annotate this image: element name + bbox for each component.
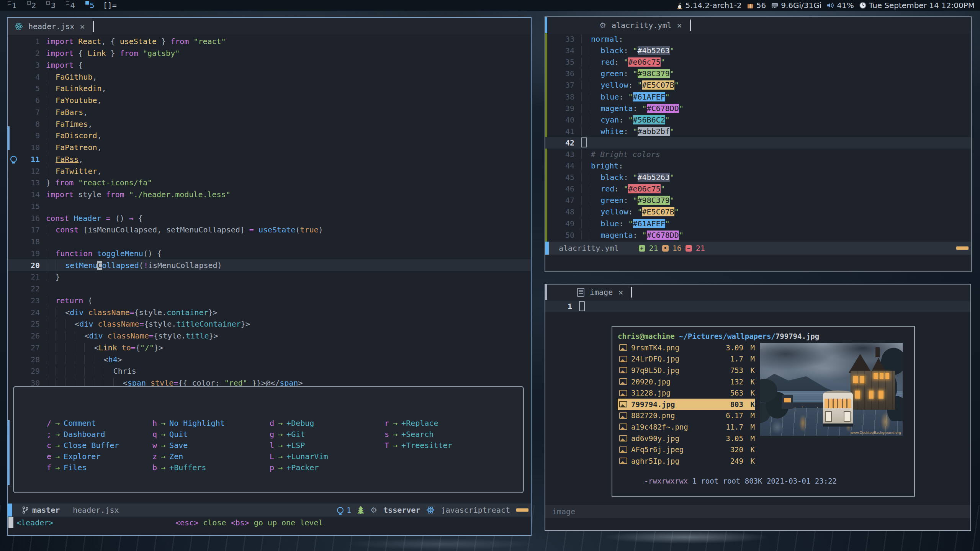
code-line[interactable]: 33 normal: [545, 33, 971, 45]
code-line[interactable]: 21 } [8, 271, 531, 283]
file-row[interactable]: 97q9L5D.jpg753K [618, 365, 755, 376]
code-line[interactable]: 40 cyan: "#56B6C2" [545, 114, 971, 126]
code-line[interactable]: 19 function toggleMenu() { [8, 248, 531, 260]
code-line[interactable]: 26 <div className={style.title}> [8, 330, 531, 342]
code-line[interactable]: 18 [8, 236, 531, 248]
workspace-5[interactable]: 5 [85, 1, 95, 10]
whichkey-item[interactable]: h→No Highlight [152, 417, 270, 428]
code-line[interactable]: 50 magenta: "#C678DD" [545, 229, 971, 241]
code-line[interactable]: 37 yellow: "#E5C07B" [545, 79, 971, 91]
code-line[interactable]: 4 FaGithub, [8, 71, 531, 83]
buffer-line[interactable]: 1 [545, 301, 970, 312]
whichkey-item[interactable]: e→Explorer [47, 451, 152, 462]
code-line[interactable]: 46 red: "#e06c75" [545, 183, 971, 195]
whichkey-item[interactable]: w→Save [152, 440, 270, 451]
whichkey-item[interactable]: c→Close Buffer [47, 440, 152, 451]
tab-image[interactable]: image × [570, 284, 630, 300]
code-line[interactable]: 27 <Link to={"/"}> [8, 342, 531, 354]
whichkey-item[interactable]: s→+Search [384, 428, 523, 440]
code-line[interactable]: 25 <div className={style.titleContainer}… [8, 318, 531, 330]
whichkey-item[interactable]: d→+Debug [270, 417, 384, 428]
code-line[interactable]: 47 green: "#98C379" [545, 195, 971, 206]
code-line[interactable]: 15 [8, 201, 531, 213]
scrollbar-mark[interactable] [8, 126, 10, 150]
whichkey-item[interactable]: f→Files [47, 462, 152, 473]
code-line[interactable]: 36 green: "#98C379" [545, 68, 971, 79]
whichkey-item[interactable]: b→+Buffers [152, 462, 270, 473]
whichkey-item[interactable]: g→+Git [270, 428, 384, 440]
code-line[interactable]: 49 blue: "#61AFEF" [545, 218, 971, 229]
code-line[interactable]: 45 black: "#4b5263" [545, 172, 971, 183]
file-row[interactable]: AFq5r6j.jpeg320K [618, 444, 755, 455]
code-line[interactable]: 16const Header = () ⇒ { [8, 212, 531, 224]
file-row[interactable]: 882720.png6.17M [618, 410, 755, 422]
whichkey-item[interactable] [384, 462, 523, 473]
lightbulb-icon[interactable] [10, 156, 17, 162]
whichkey-item[interactable]: z→Zen [152, 451, 270, 462]
code-line[interactable]: 11 FaRss, [8, 154, 531, 165]
file-row[interactable]: 31228.jpg563K [618, 387, 755, 399]
diagnostics-hint[interactable]: 1 [337, 505, 351, 515]
whichkey-item[interactable]: /→Comment [47, 417, 152, 428]
workspace-1[interactable]: 1 [8, 1, 17, 10]
file-row[interactable]: aghr5Ip.jpg249K [618, 455, 755, 467]
code-line[interactable]: 7 FaBars, [8, 106, 531, 118]
code-line[interactable]: 38 blue: "#61AFEF" [545, 91, 971, 102]
file-row[interactable]: 24LrDFQ.jpg1.7M [618, 353, 755, 365]
code-line[interactable]: 8 FaTimes, [8, 118, 531, 130]
scrollbar-mark[interactable] [8, 420, 10, 485]
code-line[interactable]: 29 Chris [8, 365, 531, 377]
file-row[interactable]: a19c482f~.png11.7M [618, 421, 755, 433]
whichkey-item[interactable] [384, 451, 523, 462]
whichkey-item[interactable]: L→+LunarVim [270, 451, 384, 462]
whichkey-item[interactable]: ;→Dashboard [47, 428, 152, 440]
indent-guide [591, 104, 600, 113]
tab-alacritty-yml[interactable]: ⚙ alacritty.yml × [592, 17, 689, 33]
workspace-3[interactable]: 3 [46, 1, 56, 10]
code-line[interactable]: 6 FaYoutube, [8, 95, 531, 106]
code-line[interactable]: 35 red: "#e06c75" [545, 56, 971, 68]
code-line[interactable]: 1import React, { useState } from "react" [8, 36, 531, 47]
whichkey-item[interactable]: T→+Treesitter [384, 440, 523, 451]
file-row[interactable]: 20920.jpg132K [618, 376, 755, 387]
code-line[interactable]: 24 <div className={style.container}> [8, 306, 531, 318]
code-line[interactable]: 20 setMenuCollapsed(!isMenuCollapsed) [8, 259, 531, 271]
code-line[interactable]: 5 FaLinkedin, [8, 83, 531, 95]
whichkey-item[interactable]: q→Quit [152, 428, 270, 440]
code-line[interactable]: 41 white: "#abb2bf" [545, 126, 971, 137]
code-line[interactable]: 17 const [isMenuCollapsed, setMenuCollap… [8, 224, 531, 236]
whichkey-label: +LSP [286, 441, 305, 450]
whichkey-item[interactable]: p→+Packer [270, 462, 384, 473]
code-line[interactable]: 10 FaPatreon, [8, 142, 531, 154]
code-line[interactable]: 9 FaDiscord, [8, 130, 531, 142]
workspace-2[interactable]: 2 [27, 1, 36, 10]
code-line[interactable]: 14import style from "./header.module.les… [8, 189, 531, 201]
code-line[interactable]: 28 <h4> [8, 353, 531, 365]
code-line[interactable]: 3import { [8, 59, 531, 71]
code-line[interactable]: 44 bright: [545, 160, 971, 172]
code-line[interactable]: 23 return ( [8, 295, 531, 307]
tab-header-jsx[interactable]: header.jsx × [8, 18, 92, 35]
code-line[interactable]: 34 black: "#4b5263" [545, 45, 971, 56]
code-line[interactable]: 12 FaTwitter, [8, 165, 531, 177]
tab-close-icon[interactable]: × [677, 21, 682, 30]
code-line[interactable]: 2import { Link } from "gatsby" [8, 47, 531, 59]
code-line[interactable]: 39 magenta: "#C678DD" [545, 103, 971, 114]
file-row[interactable]: 9rsmTK4.png3.09M [618, 342, 755, 353]
code-line[interactable]: 43 # Bright colors [545, 149, 971, 160]
tab-close-icon[interactable]: × [618, 288, 623, 297]
whichkey-item[interactable]: l→+LSP [270, 440, 384, 451]
command-line[interactable]: <leader> <esc> close <bs> go up one leve… [8, 517, 531, 529]
code-line[interactable]: 22 [8, 283, 531, 295]
file-row[interactable]: 799794.jpg803K [618, 399, 755, 410]
workspace-4[interactable]: 4 [66, 1, 75, 10]
code-line[interactable]: 13} from "react-icons/fa" [8, 177, 531, 189]
file-row[interactable]: ad6v90y.jpg3.05M [618, 433, 755, 444]
code-line[interactable]: 48 yellow: "#E5C07B" [545, 206, 971, 217]
indent-guide [581, 92, 591, 101]
code-line[interactable]: 42 [545, 137, 971, 149]
tab-close-icon[interactable]: × [80, 22, 85, 31]
line-text: } from "react-icons/fa" [46, 178, 152, 187]
whichkey-item[interactable]: r→+Replace [384, 417, 523, 428]
git-branch[interactable]: master [22, 505, 60, 515]
